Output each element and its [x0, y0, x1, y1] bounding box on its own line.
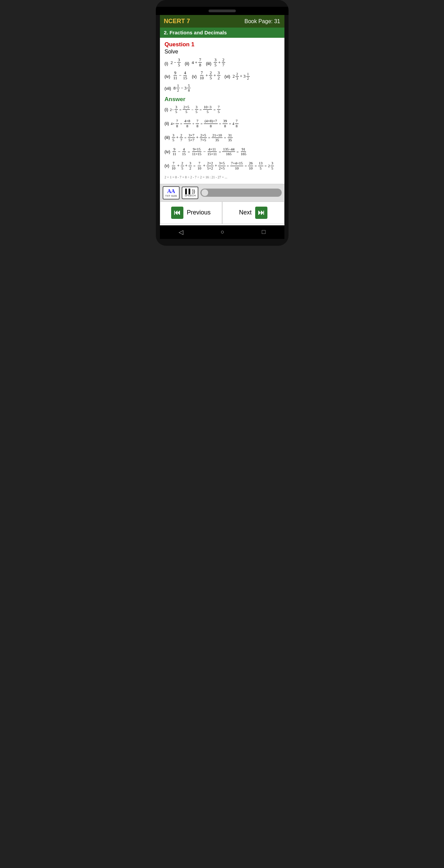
next-icon: ⏭ — [255, 207, 267, 219]
next-label: Next — [239, 209, 251, 216]
answer-label: Answer — [165, 96, 280, 103]
label-ii: (ii) — [185, 60, 189, 68]
answer-iii: (iii) 35 + 27 = 3×75×7 + 2×57×5 = 21+103… — [165, 133, 280, 142]
problems-section: (i) 2− 35 (ii) 4+ 78 (ii — [165, 58, 280, 93]
toolbar: AA TXT SIZE ▌▌)) SPEECH — [160, 184, 284, 202]
problem-vii: (vii) 812 − 358 — [165, 83, 191, 93]
question-label: Question 1 — [165, 41, 280, 48]
instruction-text: Solve — [165, 49, 280, 55]
content-area: Question 1 Solve (i) 2− 35 (ii) — [160, 38, 284, 184]
speech-button[interactable]: ▌▌)) SPEECH — [182, 187, 198, 199]
txt-size-button[interactable]: AA TXT SIZE — [163, 186, 180, 199]
label-vi: (vi) — [225, 73, 230, 81]
font-size-slider[interactable] — [200, 189, 281, 197]
answer-i-block: (i) 2− 35 = 2×55 − 35 = 10−35 = 75 — [165, 105, 280, 114]
chapter-header: 2. Fractions and Decimals — [160, 28, 284, 38]
label-iv: (iv) — [165, 73, 170, 81]
label-v: (v) — [192, 73, 197, 81]
label-vii: (vii) — [165, 85, 171, 93]
next-button[interactable]: Next ⏭ — [222, 202, 284, 224]
previous-button[interactable]: ⏮ Previous — [160, 202, 222, 224]
problem-row-2: (iv) 911 − 415 (v) 710 + 25 + — [165, 70, 280, 81]
problem-ii: (ii) 4+ 78 — [185, 58, 202, 68]
phone-frame: NCERT 7 Book Page: 31 2. Fractions and D… — [156, 0, 289, 246]
problem-iii: (iii) 35 + 27 — [206, 58, 225, 68]
label-i: (i) — [165, 60, 168, 68]
screen: NCERT 7 Book Page: 31 2. Fractions and D… — [160, 15, 284, 239]
label-iii: (iii) — [206, 60, 211, 68]
ncert-label: NCERT 7 — [164, 18, 190, 25]
status-bar — [156, 7, 289, 15]
answer-ii-block: (ii) 4+ 78 = 4×88 + 78 = (4×8)+78 = 398 … — [165, 119, 280, 128]
txt-size-aa-text: AA — [167, 188, 175, 194]
problem-row-3: (vii) 812 − 358 — [165, 83, 280, 93]
problem-v: (v) 710 + 25 + 32 — [192, 70, 220, 81]
answer-iv: (iv) 911 − 415 = 9×1511×15 − 4×1115×11 =… — [165, 147, 280, 156]
answer-v: (v) 710 + 25 + 32 = 710 + 2×25×2 + 3×52×… — [165, 161, 280, 170]
answer-ii: (ii) 4+ 78 = 4×88 + 78 = (4×8)+78 = 398 … — [165, 119, 280, 128]
header-top: NCERT 7 Book Page: 31 — [160, 15, 284, 28]
status-notch — [209, 10, 236, 12]
home-icon[interactable]: ○ — [221, 228, 225, 236]
bottom-nav: ◁ ○ □ — [160, 225, 284, 239]
problem-i: (i) 2− 35 — [165, 58, 181, 68]
answer-v-block: (v) 710 + 25 + 32 = 710 + 2×25×2 + 3×52×… — [165, 161, 280, 170]
answer-vi-partial: 2 + 1 = 8 - 7 + 8 ÷ 2 - 7 ÷ 2 = 16 : 21 … — [165, 175, 280, 179]
back-icon[interactable]: ◁ — [179, 228, 183, 236]
book-page: Book Page: 31 — [245, 18, 280, 25]
speech-icon: ▌▌)) — [185, 189, 195, 194]
recents-icon[interactable]: □ — [262, 228, 266, 236]
problem-vi: (vi) 223 + 312 — [225, 72, 250, 81]
problem-row-1: (i) 2− 35 (ii) 4+ 78 (ii — [165, 58, 280, 68]
answer-iii-block: (iii) 35 + 27 = 3×75×7 + 2×57×5 = 21+103… — [165, 133, 280, 142]
nav-buttons: ⏮ Previous Next ⏭ — [160, 202, 284, 224]
chapter-title: 2. Fractions and Decimals — [164, 30, 227, 35]
answer-iv-block: (iv) 911 − 415 = 9×1511×15 − 4×1115×11 =… — [165, 147, 280, 156]
slider-thumb — [201, 189, 209, 196]
previous-label: Previous — [187, 209, 211, 216]
speech-label: SPEECH — [184, 194, 196, 197]
txt-size-label: TXT SIZE — [165, 194, 177, 197]
problem-iv: (iv) 911 − 415 — [165, 70, 188, 81]
previous-icon: ⏮ — [171, 207, 183, 219]
answer-i: (i) 2− 35 = 2×55 − 35 = 10−35 = 75 — [165, 105, 280, 114]
